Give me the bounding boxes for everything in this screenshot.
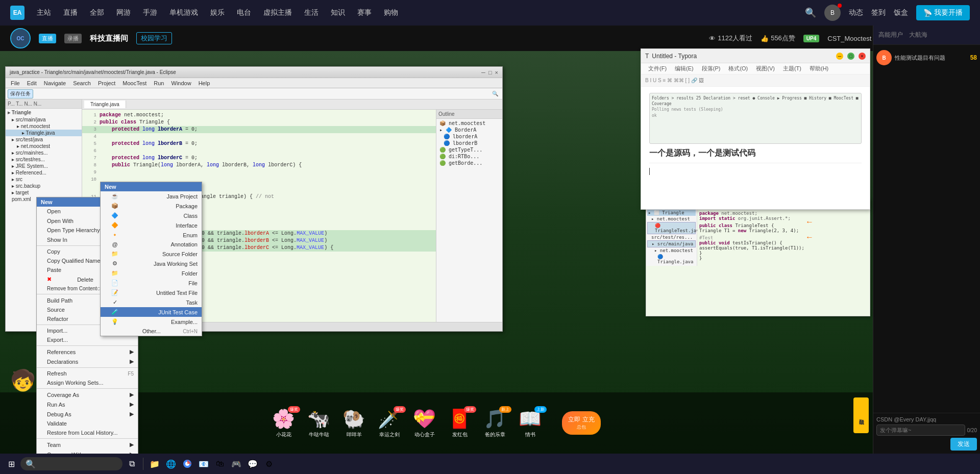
eclipse-menu-mooctest[interactable]: MoocTest	[119, 79, 150, 87]
tree-src-backup[interactable]: ▸ src.backup	[6, 183, 82, 189]
eclipse-minimize-btn[interactable]: ─	[481, 69, 485, 76]
typora-menu-help[interactable]: 帮助(H)	[806, 64, 831, 73]
typora-menu-paragraph[interactable]: 段落(P)	[699, 64, 724, 73]
gift-cell-7[interactable]: 🎵 爸的乐章 新上	[483, 408, 506, 438]
tree-jre[interactable]: ▸ JRE System...	[6, 163, 82, 169]
taskbar-discord-btn[interactable]: 💬	[246, 457, 260, 471]
parent-ctx-validate[interactable]: Validate	[37, 419, 138, 428]
nav-life[interactable]: 生活	[304, 8, 318, 17]
ctx-class[interactable]: 🔷Class	[101, 211, 202, 220]
eclipse-menu-help[interactable]: Help	[195, 79, 213, 87]
eclipse-menu-navigate[interactable]: Navigate	[41, 79, 69, 87]
ctx-interface[interactable]: 🔶Interface	[101, 220, 202, 230]
parent-ctx-references[interactable]: References ▶	[37, 347, 138, 357]
tree-triangle-java[interactable]: ▸ Triangle.java	[6, 130, 82, 136]
ctx-annotation[interactable]: @Annotation	[101, 240, 202, 249]
parent-ctx-coverage-as[interactable]: Coverage As ▶	[37, 390, 138, 400]
tree-target[interactable]: ▸ target	[6, 189, 82, 196]
gift-cell-3[interactable]: 🐏 咩咩羊	[342, 408, 365, 438]
eclipse-close-btn[interactable]: ×	[495, 69, 498, 76]
ctx-folder[interactable]: 📁Folder	[101, 268, 202, 278]
parent-ctx-assign-sets[interactable]: Assign Working Sets...	[37, 378, 138, 387]
taskbar-game-btn[interactable]: 🎮	[229, 457, 243, 471]
typora-minimize-btn[interactable]: ─	[836, 53, 843, 60]
nav-entertainment[interactable]: 娱乐	[210, 8, 225, 17]
nav-all[interactable]: 全部	[90, 8, 104, 17]
nav-live[interactable]: 直播	[63, 8, 78, 17]
taskbar-search[interactable]: 🔍	[20, 457, 122, 470]
gift-cell-8[interactable]: 📖 情书 上新	[519, 408, 542, 438]
taskbar-settings-btn[interactable]: ⚙	[262, 457, 276, 471]
ctx-task[interactable]: ✓Task	[101, 297, 202, 307]
outline-item-di[interactable]: 🟢 di:RTBo...	[437, 153, 501, 160]
chat-send-button[interactable]: 发送	[950, 438, 977, 451]
taskbar-windows-btn[interactable]: ⊞	[4, 457, 18, 471]
typora-menu-format[interactable]: 格式(O)	[725, 64, 751, 73]
channel-avatar[interactable]: OC	[10, 28, 31, 48]
taskbar-folder-btn[interactable]: 📁	[148, 457, 162, 471]
user-avatar[interactable]: B	[824, 5, 841, 21]
tab-high-user[interactable]: 高能用户	[878, 31, 903, 39]
outline-item-gettype[interactable]: 🟢 getTypeT...	[437, 146, 501, 153]
toolbar-save[interactable]: 保存任务	[8, 89, 33, 98]
eclipse-menu-edit[interactable]: Edit	[24, 79, 40, 87]
outline-item-class[interactable]: ▸ 🔷 BorderA	[437, 127, 501, 133]
eclipse-menu-file[interactable]: File	[8, 79, 23, 87]
eclipse-menu-search[interactable]: Search	[70, 79, 94, 87]
school-tag[interactable]: 校园学习	[136, 32, 172, 44]
eclipse-maximize-btn[interactable]: □	[488, 69, 492, 76]
parent-ctx-run-as[interactable]: Run As ▶	[37, 400, 138, 409]
nav-radio[interactable]: 电台	[237, 8, 251, 17]
parent-ctx-debug-as[interactable]: Debug As ▶	[37, 409, 138, 419]
parent-ctx-declarations[interactable]: Declarations ▶	[37, 357, 138, 366]
ctx-java-project[interactable]: ☕Java Project	[101, 191, 202, 201]
ctx-file[interactable]: 📄File	[101, 278, 202, 288]
ctx-source-folder[interactable]: 📁Source Folder	[101, 249, 202, 259]
nav-vtuber[interactable]: 虚拟主播	[263, 8, 292, 17]
editor-tab-triangle[interactable]: Triangle.java	[84, 101, 126, 108]
typora-menu-view[interactable]: 视图(V)	[753, 64, 778, 73]
parent-ctx-team[interactable]: Team ▶	[37, 440, 138, 450]
taskbar-view-btn[interactable]: ⧉	[125, 457, 139, 471]
chat-input[interactable]	[876, 425, 965, 436]
taskbar-store-btn[interactable]: 🛍	[213, 457, 227, 471]
typora-menu-theme[interactable]: 主题(T)	[780, 64, 804, 73]
outline-item-package[interactable]: 📦 net.mooctest	[437, 120, 501, 127]
parent-ctx-restore[interactable]: Restore from Local History...	[37, 428, 138, 437]
outline-item-field-a[interactable]: 🔵 lborderA	[437, 133, 501, 140]
tree-src-main[interactable]: ▸ src/main/java	[6, 116, 82, 123]
gift-cell-5[interactable]: 💝 动心盒子	[413, 408, 436, 438]
nav-food[interactable]: 饭盒	[894, 8, 908, 17]
tree-src[interactable]: ▸ src	[6, 176, 82, 183]
parent-ctx-export[interactable]: Export...	[37, 335, 138, 344]
taskbar-browser-btn[interactable]: 🌐	[164, 457, 178, 471]
typora-close-btn[interactable]: ×	[859, 53, 866, 60]
search-icon[interactable]: 🔍	[805, 7, 816, 18]
tree-test-resources[interactable]: ▸ src/test/res...	[6, 156, 82, 163]
ctx-java-working-set[interactable]: ⚙Java Working Set	[101, 259, 202, 268]
taskbar-chrome-btn[interactable]	[180, 457, 194, 471]
gift-cell-4[interactable]: 🗡️ 幸运之剑 爆奖	[378, 408, 401, 438]
boost-button[interactable]: 立即 立充 总包	[562, 411, 600, 435]
nav-esports[interactable]: 赛事	[357, 8, 372, 17]
ctx-other[interactable]: Other... Ctrl+N	[101, 327, 202, 336]
ctx-junit-test[interactable]: 🧪JUnit Test Case	[101, 307, 202, 317]
nav-mobile[interactable]: 手游	[143, 8, 157, 17]
tree-referenced[interactable]: ▸ Referenced...	[6, 169, 82, 176]
eclipse-menu-project[interactable]: Project	[95, 79, 118, 87]
outline-item-field-b[interactable]: 🔵 lborderB	[437, 140, 501, 146]
nav-logo[interactable]: EA	[10, 6, 24, 20]
ctx-untitled-text[interactable]: 📝Untitled Text File	[101, 288, 202, 297]
tree-mooctest[interactable]: ▸ net.mooctest	[6, 123, 82, 130]
gift-cell-6[interactable]: 🧧 发红包 爆奖	[448, 408, 471, 438]
eclipse-menu-run[interactable]: Run	[151, 79, 167, 87]
nav-home[interactable]: 主站	[37, 8, 51, 17]
outline-item-getborder[interactable]: 🟢 getBorde...	[437, 160, 501, 166]
tree-src-test[interactable]: ▸ src/test/java	[6, 136, 82, 143]
ctx-enum[interactable]: 🔸Enum	[101, 230, 202, 240]
parent-ctx-refresh[interactable]: Refresh F5	[37, 369, 138, 378]
ctx-package[interactable]: 📦Package	[101, 201, 202, 211]
start-live-button[interactable]: 📡 我要开播	[916, 5, 970, 20]
taskbar-mail-btn[interactable]: 📧	[197, 457, 211, 471]
typora-maximize-btn[interactable]: □	[847, 53, 854, 60]
